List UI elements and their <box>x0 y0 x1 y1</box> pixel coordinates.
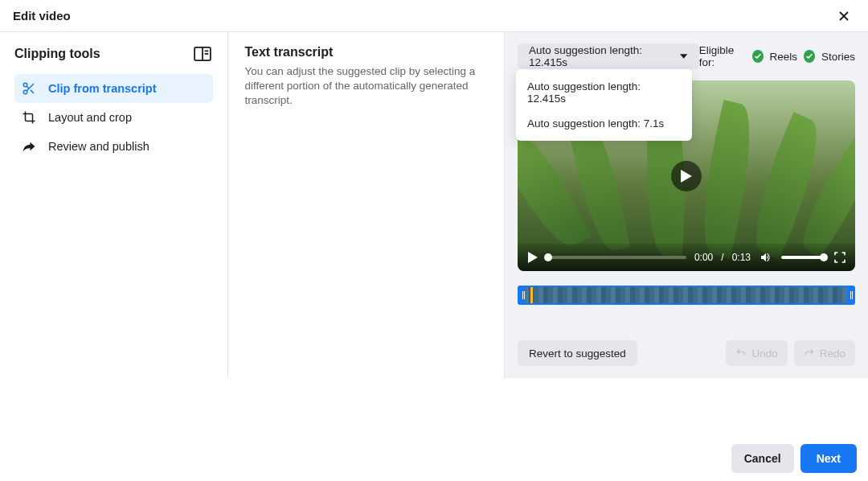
sidebar-item-clip-from-transcript[interactable]: Clip from transcript <box>14 74 213 103</box>
clip-timeline[interactable] <box>518 286 855 305</box>
current-time-label: 0:00 <box>694 252 713 263</box>
footer: Cancel Next <box>0 436 868 481</box>
next-button[interactable]: Next <box>800 444 857 473</box>
auto-suggestion-dropdown-menu: Auto suggestion length: 12.415s Auto sug… <box>516 69 692 141</box>
crop-icon <box>21 110 37 125</box>
transcript-panel: Text transcript You can adjust the sugge… <box>228 32 505 378</box>
dock-panel-icon <box>194 47 211 61</box>
transcript-description: You can adjust the suggested clip by sel… <box>244 64 488 109</box>
volume-button[interactable] <box>759 250 773 265</box>
redo-button[interactable]: Redo <box>794 340 855 366</box>
eligible-for-label: Eligible for: <box>699 44 746 68</box>
revert-to-suggested-button[interactable]: Revert to suggested <box>518 340 637 366</box>
preview-panel: Auto suggestion length: 12.415s Eligible… <box>505 32 868 378</box>
svg-point-4 <box>23 83 27 87</box>
clip-start-handle[interactable] <box>519 287 526 303</box>
redo-icon <box>804 347 815 359</box>
volume-slider[interactable] <box>781 256 825 259</box>
clip-end-handle[interactable] <box>847 287 854 303</box>
sidebar-item-layout-and-crop[interactable]: Layout and crop <box>14 103 213 132</box>
sidebar-item-label: Review and publish <box>48 140 149 153</box>
layout-toggle-button[interactable] <box>192 45 213 63</box>
svg-point-5 <box>23 90 27 94</box>
video-scrubber[interactable] <box>548 256 686 259</box>
volume-icon <box>760 251 772 264</box>
cancel-button[interactable]: Cancel <box>731 444 794 473</box>
play-overlay-button[interactable] <box>671 161 702 191</box>
scrubber-handle[interactable] <box>544 253 552 261</box>
redo-label: Redo <box>820 347 845 360</box>
sidebar-item-review-and-publish[interactable]: Review and publish <box>14 132 213 161</box>
sidebar-item-label: Clip from transcript <box>48 82 157 95</box>
play-icon <box>680 170 693 183</box>
eligibility-row: Eligible for: Reels Stories <box>699 44 855 68</box>
transcript-title: Text transcript <box>244 45 488 60</box>
volume-handle[interactable] <box>820 253 828 261</box>
auto-suggestion-option[interactable]: Auto suggestion length: 7.1s <box>516 111 692 136</box>
fullscreen-icon <box>833 251 846 264</box>
duration-label: 0:13 <box>732 252 751 263</box>
close-button[interactable] <box>833 5 855 27</box>
timeline-playhead[interactable] <box>530 286 533 304</box>
eligibility-stories-label: Stories <box>821 51 855 63</box>
eligibility-reels-label: Reels <box>770 51 798 63</box>
check-circle-icon <box>752 50 764 63</box>
undo-button[interactable]: Undo <box>726 340 787 366</box>
undo-icon <box>735 347 747 359</box>
play-button[interactable] <box>526 250 540 265</box>
scissors-icon <box>21 81 37 96</box>
sidebar: Clipping tools Clip from transcript Layo… <box>0 32 228 378</box>
sidebar-title: Clipping tools <box>14 47 100 61</box>
dropdown-selected-label: Auto suggestion length: 12.415s <box>529 44 674 68</box>
auto-suggestion-option[interactable]: Auto suggestion length: 12.415s <box>516 74 692 111</box>
time-separator: / <box>721 252 723 263</box>
sidebar-item-label: Layout and crop <box>48 111 132 124</box>
undo-label: Undo <box>751 347 777 360</box>
close-icon <box>837 9 851 23</box>
caret-down-icon <box>680 52 687 60</box>
video-controls: 0:00 / 0:13 <box>518 244 855 271</box>
share-icon <box>21 139 37 154</box>
check-circle-icon <box>804 50 815 63</box>
play-icon <box>527 252 538 263</box>
page-title: Edit video <box>13 9 71 23</box>
auto-suggestion-length-dropdown[interactable]: Auto suggestion length: 12.415s <box>518 43 699 69</box>
fullscreen-button[interactable] <box>833 250 847 265</box>
